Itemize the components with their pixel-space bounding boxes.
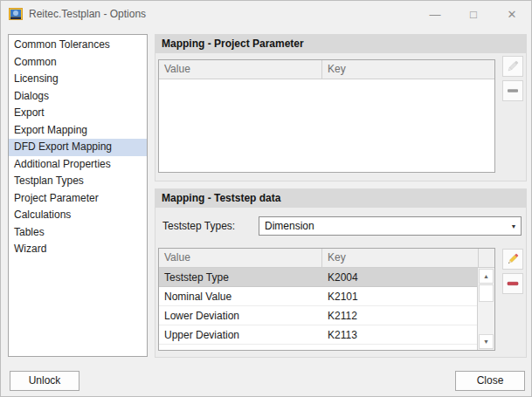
chevron-down-icon: ▼ — [507, 223, 521, 229]
sidebar-item-licensing[interactable]: Licensing — [9, 71, 147, 88]
sidebar-item-wizard[interactable]: Wizard — [9, 241, 147, 258]
pencil-icon — [506, 59, 520, 73]
table-row[interactable]: Upper DeviationK2113 — [159, 325, 477, 345]
minus-icon — [506, 277, 520, 291]
sidebar-item-calculations[interactable]: Calculations — [9, 207, 147, 224]
cell-key: Not mapped — [322, 345, 477, 350]
close-dialog-button[interactable]: Close — [455, 371, 525, 391]
minimize-button[interactable]: — — [416, 1, 454, 27]
category-list: Common TolerancesCommonLicensingDialogsE… — [8, 34, 148, 357]
sidebar-item-export[interactable]: Export — [9, 105, 147, 122]
edit-parameter-button[interactable] — [502, 56, 523, 77]
teststep-data-panel-title: Mapping - Teststep data — [155, 189, 526, 208]
window-controls: — □ ✕ — [416, 1, 531, 27]
column-header-key: Key — [322, 249, 478, 267]
edit-mapping-button[interactable] — [502, 249, 523, 270]
sidebar-item-dfd-export-mapping[interactable]: DFD Export Mapping — [9, 139, 147, 156]
table-row[interactable]: Lower DeviationK2112 — [159, 306, 477, 325]
column-header-key: Key — [322, 60, 494, 79]
teststep-data-panel: Mapping - Teststep data Teststep Types: … — [155, 188, 527, 358]
sidebar-item-testplan-types[interactable]: Testplan Types — [9, 173, 147, 190]
sidebar-item-export-mapping[interactable]: Export Mapping — [9, 122, 147, 140]
teststep-types-dropdown[interactable]: Dimension ▼ — [259, 216, 522, 236]
cell-value: Upper Deviation — [159, 325, 322, 344]
teststep-data-table[interactable]: Value Key Teststep TypeK2004Nominal Valu… — [158, 248, 495, 351]
minus-icon — [506, 84, 520, 98]
remove-mapping-button[interactable] — [502, 273, 523, 294]
window-title: Reitec.Testplan - Options — [29, 8, 146, 20]
project-parameter-panel-title: Mapping - Project Parameter — [155, 35, 526, 53]
sidebar-item-tables[interactable]: Tables — [9, 224, 147, 242]
scroll-up-button[interactable]: ▲ — [479, 269, 494, 284]
column-header-value: Value — [159, 249, 322, 267]
maximize-icon: □ — [470, 9, 477, 20]
cell-key: K2101 — [322, 287, 477, 305]
cell-key: K2112 — [322, 306, 477, 325]
project-parameter-panel: Mapping - Project Parameter Value Key — [155, 34, 527, 181]
project-parameter-table-body[interactable] — [159, 79, 494, 172]
scrollbar-thumb[interactable] — [479, 284, 494, 302]
table-row[interactable]: Nominal ValueK2101 — [159, 287, 477, 306]
vertical-scrollbar[interactable]: ▲ ▼ — [478, 268, 494, 350]
maximize-button[interactable]: □ — [454, 1, 493, 27]
cell-value: Nominal Value — [159, 287, 322, 305]
table-row[interactable]: Teststep TypeK2004 — [159, 268, 477, 287]
cell-value: Lower Deviation — [159, 306, 322, 325]
table-header-row: Value Key — [159, 60, 494, 79]
options-window: Reitec.Testplan - Options — □ ✕ Common T… — [0, 0, 532, 397]
sidebar-item-additional-properties[interactable]: Additional Properties — [9, 156, 147, 174]
teststep-types-value: Dimension — [259, 217, 507, 235]
pencil-icon — [506, 252, 520, 266]
close-icon: ✕ — [508, 9, 517, 20]
column-header-value: Value — [159, 60, 322, 79]
table-header-row: Value Key — [159, 249, 494, 268]
cell-key: K2004 — [322, 268, 477, 286]
app-icon — [9, 7, 23, 21]
remove-parameter-button[interactable] — [502, 80, 523, 101]
teststep-table-body[interactable]: Teststep TypeK2004Nominal ValueK2101Lowe… — [159, 268, 478, 350]
scroll-down-button[interactable]: ▼ — [479, 334, 494, 349]
project-parameter-table[interactable]: Value Key — [158, 59, 495, 173]
cell-key: K2113 — [322, 325, 477, 344]
unlock-button[interactable]: Unlock — [10, 371, 79, 391]
column-header-scroll — [478, 249, 494, 267]
minimize-icon: — — [430, 9, 441, 20]
sidebar-item-common-tolerances[interactable]: Common Tolerances — [9, 37, 147, 54]
sidebar-item-project-parameter[interactable]: Project Parameter — [9, 190, 147, 208]
cell-value: Teststep Type — [159, 268, 322, 286]
table-row[interactable]: ISONot mapped — [159, 345, 477, 350]
teststep-types-label: Teststep Types: — [162, 216, 235, 236]
close-button[interactable]: ✕ — [493, 1, 531, 27]
sidebar-item-common[interactable]: Common — [9, 54, 147, 72]
sidebar-item-dialogs[interactable]: Dialogs — [9, 88, 147, 106]
titlebar[interactable]: Reitec.Testplan - Options — □ ✕ — [1, 1, 531, 27]
cell-value: ISO — [159, 345, 322, 350]
